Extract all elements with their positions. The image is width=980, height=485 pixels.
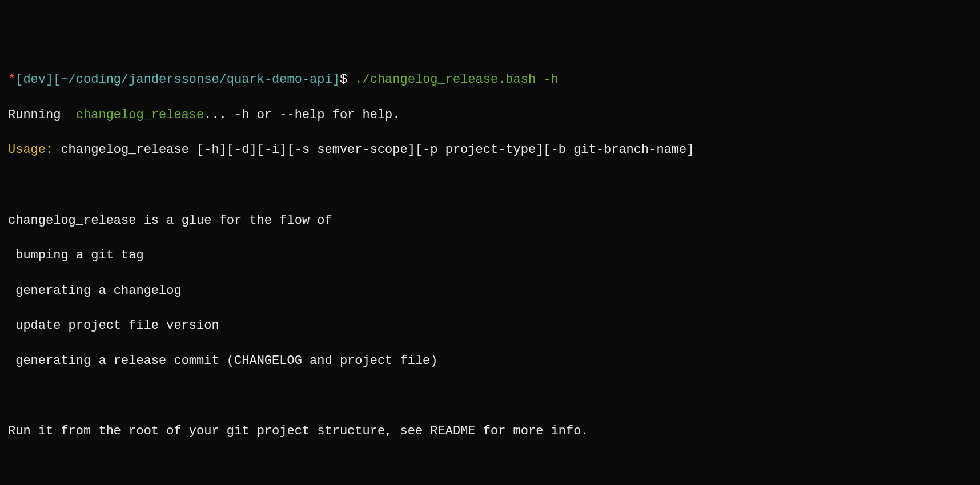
running-line: Running changelog_release... -h or --hel… bbox=[8, 107, 972, 124]
prompt-path: [~/coding/janderssonse/quark-demo-api] bbox=[53, 72, 340, 87]
blank-line bbox=[8, 177, 972, 195]
usage-line: Usage: changelog_release [-h][-d][-i][-s… bbox=[8, 142, 972, 159]
usage-label: Usage: bbox=[8, 143, 53, 157]
running-script: changelog_release bbox=[76, 108, 204, 122]
description-footer: Run it from the root of your git project… bbox=[8, 423, 972, 440]
prompt-env: [dev] bbox=[15, 72, 53, 87]
prompt-dollar: $ bbox=[340, 72, 347, 87]
description-item-1: bumping a git tag bbox=[8, 247, 972, 265]
running-prefix: Running bbox=[8, 108, 76, 122]
description-intro: changelog_release is a glue for the flow… bbox=[8, 212, 972, 230]
usage-text: changelog_release [-h][-d][-i][-s semver… bbox=[53, 143, 694, 157]
blank-line bbox=[8, 388, 972, 406]
blank-line bbox=[8, 458, 972, 476]
description-item-3: update project file version bbox=[8, 317, 972, 335]
prompt-line[interactable]: *[dev][~/coding/janderssonse/quark-demo-… bbox=[8, 71, 972, 89]
running-suffix: ... -h or --help for help. bbox=[204, 108, 400, 122]
description-item-4: generating a release commit (CHANGELOG a… bbox=[8, 353, 972, 370]
prompt-command: ./changelog_release.bash -h bbox=[347, 72, 559, 87]
prompt-asterisk: * bbox=[8, 72, 15, 87]
description-item-2: generating a changelog bbox=[8, 282, 972, 300]
